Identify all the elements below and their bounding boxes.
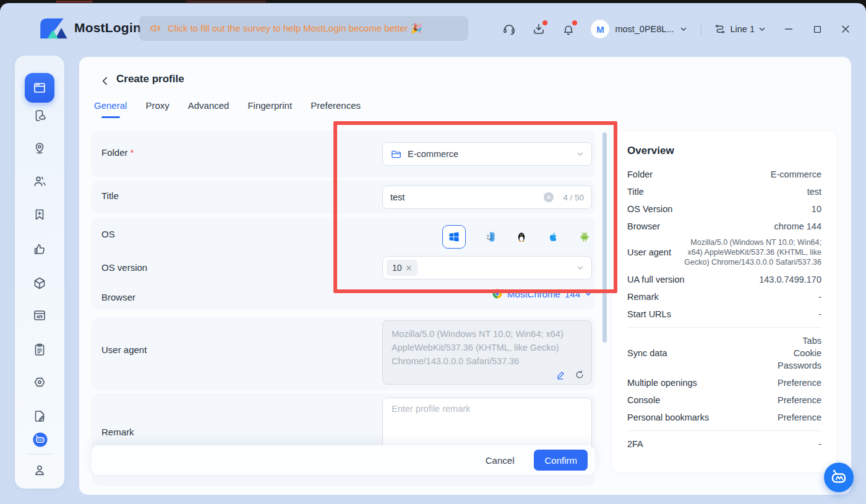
back-chevron-icon[interactable] <box>99 75 111 87</box>
sidebar-item-apps[interactable] <box>32 276 47 291</box>
headset-icon[interactable] <box>502 22 517 36</box>
tab-fingerprint[interactable]: Fingerprint <box>247 100 292 118</box>
survey-banner-text[interactable]: Click to fill out the survey to help Mos… <box>168 23 422 34</box>
chevron-down-icon <box>585 290 592 297</box>
sidebar-item-docs[interactable] <box>32 409 47 424</box>
row-value: - <box>818 291 821 303</box>
row-label: Remark <box>627 291 659 303</box>
clear-icon[interactable]: ✕ <box>544 192 554 202</box>
overview-row-console: ConsolePreference <box>627 394 821 406</box>
os-version-tag-text: 10 <box>392 263 402 273</box>
confirm-button[interactable]: Confirm <box>534 450 588 471</box>
thumbs-up-icon <box>32 242 47 257</box>
cancel-button[interactable]: Cancel <box>482 455 518 466</box>
form-scrollbar[interactable] <box>602 132 607 343</box>
browser-name: MostChrome <box>507 289 560 299</box>
row-value: Tabs Cookie Passwords <box>778 335 821 372</box>
close-icon[interactable] <box>840 23 851 35</box>
background-artifact <box>56 1 93 2</box>
row-value: test <box>807 186 821 198</box>
download-icon[interactable] <box>531 22 546 36</box>
minimize-icon[interactable] <box>783 23 794 35</box>
account-name[interactable]: most_0PE8L... <box>615 24 674 34</box>
divider <box>627 430 821 431</box>
overview-row-2fa: 2FA- <box>627 438 821 450</box>
tab-preferences[interactable]: Preferences <box>311 100 361 118</box>
folder-label-text: Folder <box>101 147 128 158</box>
assistant-fab[interactable] <box>824 463 854 492</box>
bookmark-plus-icon <box>32 207 47 222</box>
sidebar-item-team[interactable] <box>32 174 47 189</box>
document-edit-icon <box>32 409 47 424</box>
sidebar-item-bookmarks[interactable] <box>32 207 47 222</box>
row-value: 10 <box>812 203 821 215</box>
bell-icon[interactable] <box>561 22 576 36</box>
os-version-select[interactable]: 10 ✕ <box>382 256 592 280</box>
sidebar-item-account[interactable] <box>32 463 47 477</box>
sidebar-item-cloud-phone[interactable] <box>32 108 47 123</box>
tab-general[interactable]: General <box>94 100 127 118</box>
sidebar-item-settings[interactable] <box>32 375 47 390</box>
sidebar-item-logs[interactable] <box>32 342 47 357</box>
overview-row-os-version: OS Version10 <box>627 203 821 215</box>
browser-version: 144 <box>565 289 580 299</box>
edit-pencil-icon[interactable] <box>555 369 567 380</box>
row-label: Start URLs <box>627 308 671 320</box>
title-counter: 4 / 50 <box>563 193 584 202</box>
row-label: Title <box>627 186 644 198</box>
chevron-down-icon[interactable] <box>680 25 687 33</box>
divider <box>627 327 821 328</box>
sidebar-item-api[interactable] <box>32 308 47 323</box>
row-label: Personal bookmarks <box>627 411 709 424</box>
os-option-macos[interactable] <box>482 229 497 244</box>
sidebar-item-assistant[interactable] <box>32 432 47 446</box>
sidebar-item-likes[interactable] <box>32 242 47 257</box>
row-value: Preference <box>778 394 821 406</box>
survey-banner[interactable]: Click to fill out the survey to help Mos… <box>139 16 468 41</box>
row-label: 2FA <box>627 438 643 450</box>
line-selector[interactable]: Line 1 <box>714 23 766 35</box>
tag-close-icon[interactable]: ✕ <box>406 263 413 273</box>
avatar[interactable]: M <box>591 20 609 38</box>
row-label: Multiple openings <box>627 377 697 389</box>
row-value: 143.0.7499.170 <box>759 273 821 286</box>
os-option-windows[interactable] <box>442 225 466 249</box>
robot-assistant-icon <box>824 463 854 492</box>
tab-proxy[interactable]: Proxy <box>145 100 169 118</box>
megaphone-icon <box>149 22 161 35</box>
os-options <box>382 225 592 249</box>
overview-row-multiple-openings: Multiple openingsPreference <box>627 377 821 389</box>
row-value: - <box>818 308 821 320</box>
sidebar-item-proxy[interactable] <box>32 140 47 155</box>
cube-icon <box>32 276 47 291</box>
maximize-icon[interactable] <box>812 23 823 35</box>
row-value: chrome 144 <box>774 220 821 233</box>
folder-select[interactable]: E-commerce <box>382 142 592 166</box>
chevron-down-icon[interactable] <box>758 25 766 33</box>
mostlogin-logo <box>36 12 68 44</box>
browser-select[interactable]: MostChrome 144 <box>382 288 592 299</box>
code-window-icon <box>32 308 47 323</box>
row-label: OS Version <box>627 203 672 215</box>
row-label: User agent <box>627 246 671 258</box>
user-icon <box>32 463 47 477</box>
android-icon <box>578 231 591 243</box>
os-option-android[interactable] <box>577 229 592 244</box>
refresh-icon[interactable] <box>574 369 585 380</box>
line-label[interactable]: Line 1 <box>730 24 755 34</box>
title-input[interactable]: test ✕ 4 / 50 <box>382 186 592 209</box>
gear-icon <box>32 375 47 390</box>
os-option-linux[interactable] <box>514 229 529 244</box>
title-value: test <box>390 192 538 202</box>
folder-value: E-commerce <box>408 149 571 159</box>
tab-advanced[interactable]: Advanced <box>188 100 229 118</box>
divider <box>26 454 53 455</box>
row-label: Browser <box>627 220 660 233</box>
chevron-down-icon <box>577 150 584 158</box>
user-agent-label: User agent <box>101 344 147 355</box>
macos-finder-icon <box>484 231 496 243</box>
sidebar-item-profiles[interactable] <box>25 73 54 103</box>
row-value: Preference <box>778 377 821 389</box>
app-window: MostLogin Click to fill out the survey t… <box>0 3 866 504</box>
os-option-ios[interactable] <box>546 229 560 244</box>
